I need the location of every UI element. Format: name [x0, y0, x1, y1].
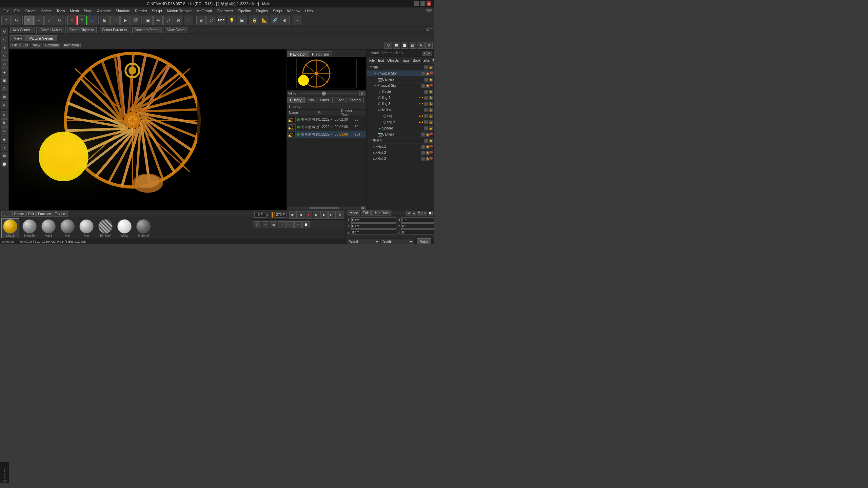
- minimize-button[interactable]: ─: [414, 1, 419, 6]
- center-axis-to-button[interactable]: Center Axis to: [38, 27, 64, 33]
- zoom-handle[interactable]: [322, 92, 326, 96]
- close-button[interactable]: ✕: [427, 1, 431, 6]
- z-axis-button[interactable]: Z: [87, 16, 97, 25]
- grid-button[interactable]: ⊞: [196, 16, 206, 25]
- material-item-default[interactable]: Material: [135, 219, 152, 238]
- history-row[interactable]: 뒷부분 메인1-2222 • 00:02:30 30: [287, 116, 366, 123]
- obj-vis-ling4[interactable]: ⬡: [424, 96, 428, 100]
- obj-lock-null1[interactable]: 🔒: [426, 145, 430, 149]
- pv-btn-6[interactable]: B: [425, 42, 433, 49]
- attr-icon-1[interactable]: ◀: [406, 211, 411, 216]
- left-tool-3[interactable]: ✛: [1, 44, 8, 52]
- history-row[interactable]: 뒷부분 메인1-2222 • 00:02:08 30: [287, 123, 366, 131]
- material-item-mat-light[interactable]: Mat: [78, 219, 95, 238]
- left-tool-16[interactable]: ⊞: [1, 152, 8, 159]
- key-btn-4[interactable]: P: [278, 221, 285, 228]
- obj-vis-cam2[interactable]: ⬡: [421, 133, 425, 137]
- obj-row-null4[interactable]: LO Null.4 ⬡ 🔒: [367, 107, 434, 113]
- obj-row-back[interactable]: LO 뒷부분 ⬡ 🔒: [367, 138, 434, 144]
- snap2-button[interactable]: 📐: [260, 16, 269, 25]
- move-tool-button[interactable]: ✛: [34, 16, 44, 25]
- info-tab[interactable]: Info: [304, 97, 317, 103]
- key-btn-5[interactable]: ⬦: [286, 221, 294, 228]
- loop-button[interactable]: ↻: [336, 211, 343, 219]
- obj-objects[interactable]: Objects: [386, 58, 400, 63]
- anim-play-button[interactable]: ▶: [120, 16, 130, 25]
- menu-create[interactable]: Create: [23, 8, 39, 14]
- stereo-tab[interactable]: Stereo: [347, 97, 364, 103]
- pv-btn-5[interactable]: A: [417, 42, 425, 49]
- obj-bookmarks[interactable]: Bookmarks: [411, 58, 431, 63]
- key-btn-6[interactable]: ≡: [294, 221, 302, 228]
- skip-to-end-button[interactable]: ⏭: [328, 211, 336, 219]
- obj-lock-sky1[interactable]: 🔒: [426, 72, 430, 76]
- tab-view[interactable]: View: [10, 35, 26, 41]
- obj-row-null3[interactable]: LO Null.3 ⬡ 🔒: [367, 156, 434, 162]
- obj-vis-null4[interactable]: ⬡: [424, 108, 428, 112]
- scrollbar-thumb[interactable]: [310, 207, 339, 209]
- obj-file[interactable]: File: [368, 58, 376, 63]
- material-item-initialsh[interactable]: InitialSh: [21, 219, 38, 238]
- end-frame-input[interactable]: [274, 212, 287, 218]
- obj-vis-circle[interactable]: ⬡: [424, 90, 428, 94]
- layout-btn-2[interactable]: ▶: [427, 51, 432, 56]
- center-to-parent-button[interactable]: Center to Parent: [132, 27, 162, 33]
- current-frame-input[interactable]: [254, 212, 267, 218]
- obj-lock-null4[interactable]: 🔒: [429, 108, 433, 112]
- obj-row-ling3[interactable]: ⬡ ling.3 ▲▲ ⬡ 🔒: [367, 101, 434, 107]
- light-button[interactable]: 💡: [227, 16, 236, 25]
- menu-help[interactable]: Help: [303, 8, 315, 14]
- obj-vis-null2[interactable]: ⬡: [421, 151, 425, 155]
- world-select[interactable]: World Object: [348, 239, 380, 244]
- left-tool-12[interactable]: 🔍: [1, 119, 8, 127]
- menu-tools[interactable]: Tools: [54, 8, 67, 14]
- menu-animate[interactable]: Animate: [95, 8, 113, 14]
- center-object-to-button[interactable]: Center Object to: [67, 27, 97, 33]
- attr-icon-2[interactable]: ▲: [412, 211, 416, 216]
- attr-x-input[interactable]: [351, 217, 396, 223]
- mat-dots[interactable]: ⋮⋮: [1, 211, 12, 217]
- attr-p-input[interactable]: [401, 223, 434, 229]
- history-tab[interactable]: History: [287, 97, 304, 103]
- axis-center-button[interactable]: Axis Center...: [10, 27, 35, 33]
- key-btn-3[interactable]: ⊞: [270, 221, 277, 228]
- obj-lock-ling1[interactable]: 🔒: [429, 114, 433, 118]
- mat-texture[interactable]: Texture: [54, 211, 68, 217]
- scroll-right-button[interactable]: ▶: [361, 206, 366, 210]
- key-btn-7[interactable]: 📋: [302, 221, 310, 228]
- obj-edit[interactable]: Edit: [377, 58, 385, 63]
- obj-vis-back[interactable]: ⬡: [424, 139, 428, 143]
- navigator-tab[interactable]: Navigator: [287, 51, 309, 57]
- obj-row-circle[interactable]: ○ Circle ⬡ 🔒: [367, 89, 434, 95]
- scale-tool-button[interactable]: ⤢: [44, 16, 54, 25]
- obj-vis-null1[interactable]: ⬡: [421, 145, 425, 149]
- obj-vis-null3[interactable]: ⬡: [421, 157, 425, 161]
- pv-animation[interactable]: Animation: [62, 43, 81, 47]
- mode-button[interactable]: Mode: [348, 210, 360, 216]
- obj-vis-sky2[interactable]: ⬡: [421, 84, 425, 88]
- obj-vis-ling1[interactable]: ⬡: [424, 114, 428, 118]
- left-tool-1[interactable]: ↺: [1, 28, 8, 35]
- attr-z-input[interactable]: [351, 229, 396, 235]
- scale-select[interactable]: Scale: [381, 239, 414, 244]
- deform-button[interactable]: ⌘: [174, 16, 183, 25]
- attr-icon-5[interactable]: 📋: [428, 211, 433, 216]
- key-btn-1[interactable]: ⬡: [254, 221, 261, 228]
- obj-row-physky2[interactable]: ☀ Physical Sky ⬡ 🔒: [367, 83, 434, 89]
- display-button[interactable]: ▣: [237, 16, 246, 25]
- undo-button[interactable]: ↺: [1, 16, 11, 25]
- nav-thumbnail[interactable]: [296, 58, 357, 89]
- menu-character[interactable]: Character: [215, 8, 235, 14]
- key-btn-2[interactable]: ●: [262, 221, 269, 228]
- obj-row-null2[interactable]: LO Null.2 ⬡ 🔒: [367, 150, 434, 156]
- attr-y-input[interactable]: [351, 223, 396, 229]
- material-item-mat1[interactable]: Mat.1: [40, 219, 57, 238]
- obj-vis-sphere[interactable]: ⬡: [424, 126, 428, 130]
- menu-sculpt[interactable]: Sculpt: [150, 8, 164, 14]
- play-button[interactable]: ▶: [313, 211, 320, 219]
- left-tool-15[interactable]: ⬦: [1, 144, 8, 151]
- pv-file[interactable]: File: [10, 43, 20, 47]
- layout-btn-1[interactable]: ◀: [422, 51, 427, 56]
- histogram-tab[interactable]: Histogram: [309, 51, 332, 57]
- left-tool-14[interactable]: ◉: [1, 136, 8, 143]
